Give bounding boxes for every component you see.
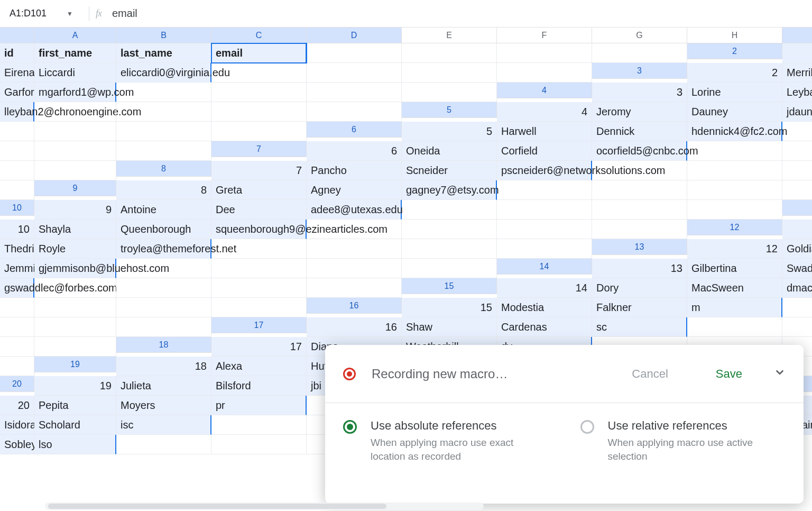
cell[interactable]: Jemmison (0, 259, 34, 278)
cell[interactable]: lleyban2@chronoengine.com (0, 102, 34, 122)
cell[interactable] (211, 415, 307, 435)
cell[interactable] (497, 63, 592, 83)
cell[interactable]: Scholard (34, 415, 116, 435)
cell[interactable] (402, 220, 497, 239)
cell[interactable]: Garford (0, 83, 34, 102)
cell[interactable] (497, 200, 592, 220)
column-header[interactable]: E (402, 28, 497, 43)
cell[interactable] (116, 278, 211, 298)
cell[interactable] (497, 180, 592, 200)
cell[interactable] (0, 122, 34, 141)
cell[interactable] (782, 161, 812, 180)
save-button[interactable]: Save (716, 367, 742, 381)
cell[interactable]: ocorfield5@cnbc.com (592, 141, 687, 161)
cell[interactable]: 19 (34, 376, 116, 396)
cell[interactable] (782, 180, 812, 200)
cell[interactable]: Queenborough (116, 220, 211, 239)
cell[interactable] (687, 180, 782, 200)
cell[interactable]: Jeromy (592, 102, 687, 122)
cell[interactable] (34, 122, 116, 141)
cell[interactable] (402, 43, 497, 63)
cell[interactable] (0, 317, 34, 337)
cell[interactable] (592, 220, 687, 239)
cell[interactable]: sc (592, 317, 687, 337)
cell[interactable]: dmacsweend@mediafire.com (782, 278, 812, 298)
row-header[interactable]: 9 (34, 180, 116, 196)
cell[interactable]: troylea@themeforest.net (116, 239, 211, 259)
cell[interactable]: Corfield (497, 141, 592, 161)
macro-option[interactable]: Use absolute referencesWhen applying mac… (343, 419, 549, 463)
cell[interactable]: Moyers (116, 396, 211, 415)
row-header[interactable]: 20 (0, 376, 34, 392)
cell[interactable]: 18 (116, 357, 211, 376)
cell[interactable]: Goldia (782, 239, 812, 259)
cell[interactable]: gagney7@etsy.com (402, 180, 497, 200)
column-header[interactable]: G (592, 28, 687, 43)
column-header[interactable]: A (34, 28, 116, 43)
cell[interactable] (592, 200, 687, 220)
column-header[interactable]: F (497, 28, 592, 43)
cell[interactable]: eliccardi0@virginia.edu (116, 63, 211, 83)
cell[interactable] (782, 317, 812, 337)
cell[interactable] (307, 220, 402, 239)
cell[interactable] (211, 63, 307, 83)
cell[interactable] (592, 180, 687, 200)
cell[interactable]: 17 (211, 337, 307, 357)
cell[interactable]: Dennick (592, 122, 687, 141)
cell[interactable]: Pepita (34, 396, 116, 415)
cell[interactable] (211, 259, 307, 278)
chevron-down-icon[interactable] (774, 367, 786, 381)
cell[interactable]: Oneida (402, 141, 497, 161)
cell[interactable]: email (211, 43, 307, 63)
cell[interactable]: Scneider (402, 161, 497, 180)
cell[interactable]: 5 (402, 122, 497, 141)
row-header[interactable]: 16 (307, 298, 402, 314)
cell[interactable]: Thedrick (0, 239, 34, 259)
cell[interactable] (497, 43, 592, 63)
horizontal-scrollbar[interactable] (45, 503, 484, 510)
row-header[interactable]: 18 (116, 337, 211, 353)
cell[interactable] (402, 259, 497, 278)
cell[interactable]: 16 (307, 317, 402, 337)
cell[interactable] (307, 43, 402, 63)
cell[interactable]: 6 (307, 141, 402, 161)
cell[interactable] (116, 141, 211, 161)
cell[interactable] (34, 102, 116, 122)
row-header[interactable]: 8 (116, 161, 211, 177)
cell[interactable] (307, 83, 402, 102)
cell[interactable] (116, 102, 211, 122)
cell[interactable]: Shaw (402, 317, 497, 337)
cell[interactable] (34, 141, 116, 161)
row-header[interactable]: 17 (211, 317, 307, 333)
cell[interactable] (211, 122, 307, 141)
cell[interactable]: Liccardi (34, 63, 116, 83)
cell[interactable] (116, 435, 211, 454)
cell[interactable]: 10 (0, 220, 34, 239)
cell[interactable]: Modestia (497, 298, 592, 317)
cell[interactable]: Pancho (307, 161, 402, 180)
cell[interactable] (497, 220, 592, 239)
cell[interactable]: 1 (782, 43, 812, 63)
cell[interactable] (34, 278, 116, 298)
cell[interactable]: gjemmisonb@bluehost.com (34, 259, 116, 278)
cell[interactable]: Dory (592, 278, 687, 298)
cell[interactable] (116, 317, 211, 337)
row-header[interactable]: 10 (0, 200, 34, 216)
cell[interactable] (116, 122, 211, 141)
cell[interactable] (211, 102, 307, 122)
cell[interactable] (687, 161, 782, 180)
cell[interactable] (687, 317, 782, 337)
cell[interactable] (782, 122, 812, 141)
cell[interactable] (592, 161, 687, 180)
cell[interactable]: 20 (0, 396, 34, 415)
cell[interactable]: Royle (34, 239, 116, 259)
cell[interactable]: first_name (34, 43, 116, 63)
cell[interactable]: Swaddle (782, 259, 812, 278)
cell[interactable] (0, 357, 34, 376)
cell[interactable]: 12 (687, 239, 782, 259)
radio-button[interactable] (580, 420, 594, 434)
formula-input[interactable] (111, 7, 808, 20)
cell[interactable]: m (687, 298, 782, 317)
cell[interactable]: Gilbertina (687, 259, 782, 278)
row-header[interactable]: 6 (307, 122, 402, 138)
